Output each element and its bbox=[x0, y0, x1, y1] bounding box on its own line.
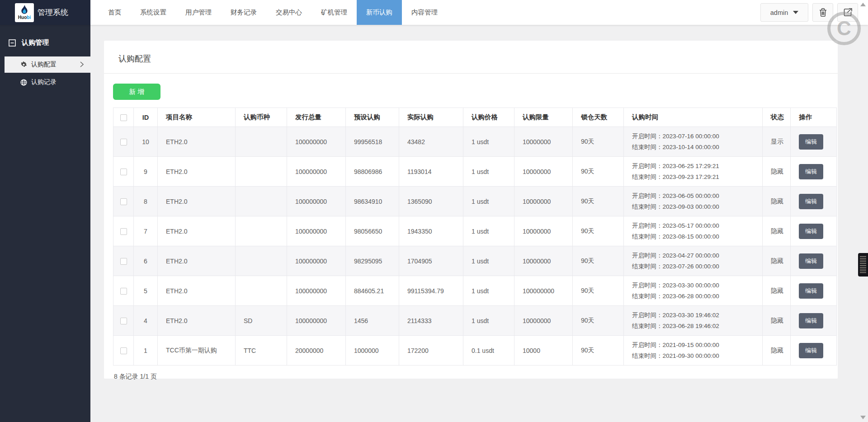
cell-action: 编辑 bbox=[791, 306, 837, 336]
edit-button[interactable]: 编辑 bbox=[799, 164, 823, 179]
scrollbar-up-arrow[interactable] bbox=[860, 3, 866, 6]
add-button[interactable]: 新 增 bbox=[113, 84, 160, 100]
table-header-row: ID项目名称认购币种发行总量预设认购实际认购认购价格认购限量锁仓天数认购时间状态… bbox=[113, 108, 837, 127]
table-row: 4ETH2.0SD100000000145621143331 usdt10000… bbox=[113, 306, 837, 336]
time-start: 开启时间：2023-06-05 00:00:00 bbox=[632, 191, 762, 202]
main-content: 认购配置 新 增 ID项目名称认购币种发行总量预设认购实际认购认购价格认购限量锁… bbox=[90, 25, 868, 422]
cell-action: 编辑 bbox=[791, 246, 837, 276]
cell-time: 开启时间：2023-03-30 19:46:02结束时间：2023-06-28 … bbox=[624, 306, 763, 336]
subscription-table: ID项目名称认购币种发行总量预设认购实际认购认购价格认购限量锁仓天数认购时间状态… bbox=[113, 108, 837, 366]
cell-limit: 100000000 bbox=[514, 276, 573, 306]
edit-button[interactable]: 编辑 bbox=[799, 194, 823, 209]
cell-coin bbox=[236, 187, 287, 216]
floating-side-widget[interactable] bbox=[858, 253, 868, 277]
time-end: 结束时间：2023-09-23 17:29:21 bbox=[632, 172, 762, 183]
cell-coin bbox=[236, 127, 287, 157]
cell-id: 4 bbox=[134, 306, 158, 336]
time-start: 开启时间：2023-05-17 00:00:00 bbox=[632, 220, 762, 231]
cell-total-supply: 20000000 bbox=[287, 336, 346, 366]
table-header-cell: 操作 bbox=[791, 108, 837, 127]
sidebar-item-label: 认购配置 bbox=[31, 61, 57, 69]
cell-project-name: ETH2.0 bbox=[158, 216, 236, 246]
row-checkbox-cell bbox=[113, 306, 134, 336]
table-header-cell: 认购价格 bbox=[463, 108, 514, 127]
row-checkbox[interactable] bbox=[120, 318, 127, 324]
table-header-cell: 认购币种 bbox=[236, 108, 287, 127]
scrollbar-down-arrow[interactable] bbox=[860, 416, 866, 419]
sidebar-group-header[interactable]: 认购管理 bbox=[0, 25, 90, 55]
edit-button[interactable]: 编辑 bbox=[799, 343, 823, 358]
brand: Huobi 管理系统 bbox=[0, 0, 90, 25]
cell-limit: 10000 bbox=[514, 336, 573, 366]
cell-lock-days: 90天 bbox=[573, 127, 624, 157]
flame-icon bbox=[20, 5, 28, 15]
row-checkbox[interactable] bbox=[120, 347, 127, 354]
row-checkbox[interactable] bbox=[120, 198, 127, 205]
cell-lock-days: 90天 bbox=[573, 306, 624, 336]
cell-actual-subscription: 172200 bbox=[399, 336, 463, 366]
status-text: 隐藏 bbox=[763, 216, 791, 246]
nav-item[interactable]: 矿机管理 bbox=[311, 0, 357, 25]
row-checkbox[interactable] bbox=[120, 139, 127, 145]
content-card: 认购配置 新 增 ID项目名称认购币种发行总量预设认购实际认购认购价格认购限量锁… bbox=[104, 41, 838, 379]
cell-id: 6 bbox=[134, 246, 158, 276]
table-row: 7ETH2.01000000009805665019433501 usdt100… bbox=[113, 216, 837, 246]
gear-icon bbox=[20, 61, 27, 68]
sidebar-item[interactable]: 认购配置 bbox=[5, 56, 90, 73]
time-start: 开启时间：2023-04-27 00:00:00 bbox=[632, 250, 762, 261]
cell-total-supply: 100000000 bbox=[287, 276, 346, 306]
cell-price: 1 usdt bbox=[463, 157, 514, 187]
globe-icon bbox=[20, 79, 27, 86]
nav-item[interactable]: 新币认购 bbox=[357, 0, 402, 25]
nav-item[interactable]: 交易中心 bbox=[266, 0, 311, 25]
cell-total-supply: 100000000 bbox=[287, 187, 346, 216]
cell-preset-subscription: 1456 bbox=[346, 306, 399, 336]
top-navbar: Huobi 管理系统 首页系统设置用户管理财务记录交易中心矿机管理新币认购内容管… bbox=[0, 0, 868, 25]
time-end: 结束时间：2023-08-15 00:00:00 bbox=[632, 231, 762, 242]
cell-actual-subscription: 1193014 bbox=[399, 157, 463, 187]
cell-project-name: ETH2.0 bbox=[158, 187, 236, 216]
nav-item[interactable]: 财务记录 bbox=[221, 0, 266, 25]
cell-id: 8 bbox=[134, 187, 158, 216]
time-start: 开启时间：2023-07-16 00:00:00 bbox=[632, 131, 762, 142]
cell-actual-subscription: 1704905 bbox=[399, 246, 463, 276]
edit-button[interactable]: 编辑 bbox=[799, 134, 823, 150]
cell-action: 编辑 bbox=[791, 336, 837, 366]
row-checkbox[interactable] bbox=[120, 169, 127, 175]
edit-button[interactable]: 编辑 bbox=[799, 253, 823, 269]
sidebar-item[interactable]: 认购记录 bbox=[0, 74, 90, 90]
cell-id: 10 bbox=[134, 127, 158, 157]
cell-action: 编辑 bbox=[791, 187, 837, 216]
select-all-checkbox[interactable] bbox=[120, 114, 127, 121]
nav-item[interactable]: 系统设置 bbox=[131, 0, 176, 25]
trash-button[interactable] bbox=[812, 3, 833, 22]
export-button[interactable] bbox=[837, 3, 858, 22]
nav-item[interactable]: 首页 bbox=[99, 0, 131, 25]
edit-button[interactable]: 编辑 bbox=[799, 283, 823, 299]
table-header-cell: 状态 bbox=[763, 108, 791, 127]
cell-preset-subscription: 98056650 bbox=[346, 216, 399, 246]
time-start: 开启时间：2023-06-25 17:29:21 bbox=[632, 161, 762, 172]
cell-coin: SD bbox=[236, 306, 287, 336]
row-checkbox[interactable] bbox=[120, 288, 127, 295]
cell-time: 开启时间：2023-03-30 00:00:00结束时间：2023-06-28 … bbox=[624, 276, 763, 306]
nav-item[interactable]: 用户管理 bbox=[176, 0, 221, 25]
nav-item[interactable]: 内容管理 bbox=[402, 0, 447, 25]
edit-button[interactable]: 编辑 bbox=[799, 313, 823, 328]
cell-price: 1 usdt bbox=[463, 187, 514, 216]
admin-dropdown[interactable]: admin bbox=[760, 3, 808, 22]
table-header-cell: 项目名称 bbox=[158, 108, 236, 127]
status-text: 隐藏 bbox=[763, 246, 791, 276]
edit-button[interactable]: 编辑 bbox=[799, 224, 823, 239]
time-end: 结束时间：2023-06-28 00:00:00 bbox=[632, 291, 762, 302]
cell-price: 1 usdt bbox=[463, 306, 514, 336]
logo-wordmark: Huobi bbox=[18, 15, 31, 20]
row-checkbox-cell bbox=[113, 216, 134, 246]
cell-price: 1 usdt bbox=[463, 216, 514, 246]
page-title: 认购配置 bbox=[104, 41, 838, 73]
table-header-cell: 发行总量 bbox=[287, 108, 346, 127]
cell-total-supply: 100000000 bbox=[287, 216, 346, 246]
record-count: 8 条记录 1/1 页 bbox=[113, 366, 829, 381]
row-checkbox[interactable] bbox=[120, 228, 127, 235]
row-checkbox[interactable] bbox=[120, 258, 127, 265]
